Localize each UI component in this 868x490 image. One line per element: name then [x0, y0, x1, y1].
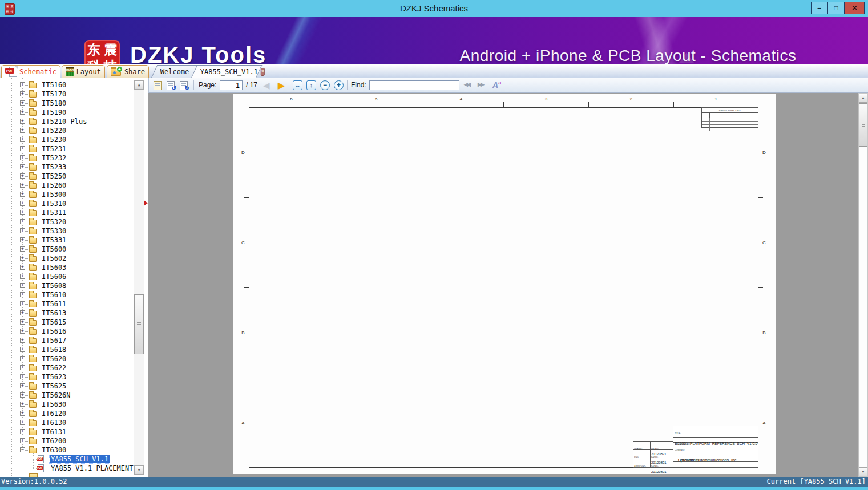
- previous-page-button[interactable]: ◀: [263, 79, 270, 91]
- expand-icon[interactable]: [20, 420, 25, 425]
- expand-icon[interactable]: [20, 173, 25, 179]
- tree-folder-row[interactable]: IT5231: [0, 144, 138, 153]
- expand-icon[interactable]: [20, 246, 25, 252]
- expand-icon[interactable]: [20, 292, 25, 297]
- expand-icon[interactable]: [20, 237, 25, 242]
- doc-tab-document[interactable]: YA855_SCH_V1.1 ✕: [191, 65, 263, 78]
- expand-icon[interactable]: [20, 319, 25, 325]
- expand-icon[interactable]: [20, 429, 25, 434]
- tree-folder-row[interactable]: IT5331: [0, 236, 138, 245]
- tree-folder-row[interactable]: IT5625: [0, 382, 138, 391]
- tree-folder-row[interactable]: IT5300: [0, 190, 138, 199]
- expand-icon[interactable]: [20, 137, 25, 142]
- expand-icon[interactable]: [20, 374, 25, 379]
- expand-icon[interactable]: [20, 329, 25, 334]
- scroll-up-button[interactable]: ▲: [859, 94, 867, 103]
- expand-icon[interactable]: [20, 310, 25, 315]
- maximize-button[interactable]: □: [827, 2, 845, 14]
- expand-icon[interactable]: [20, 119, 25, 124]
- expand-icon[interactable]: [20, 411, 25, 416]
- expand-icon[interactable]: [20, 402, 25, 407]
- expand-icon[interactable]: [20, 228, 25, 233]
- expand-icon[interactable]: [20, 201, 25, 206]
- tree-folder-row[interactable]: IT5180: [0, 99, 138, 108]
- tree-folder-row[interactable]: IT5613: [0, 309, 138, 318]
- tree-folder-row[interactable]: IT5606: [0, 272, 138, 281]
- tree-folder-row[interactable]: IT5600: [0, 245, 138, 254]
- scrollbar-thumb[interactable]: [859, 103, 867, 147]
- expand-icon[interactable]: [20, 183, 25, 188]
- next-page-button[interactable]: ▶: [278, 79, 285, 91]
- expand-icon[interactable]: [20, 110, 25, 115]
- expand-icon[interactable]: [20, 155, 25, 160]
- expand-icon[interactable]: [20, 301, 25, 306]
- expand-icon[interactable]: [20, 356, 25, 361]
- expand-icon[interactable]: [20, 392, 25, 398]
- tree-folder-row[interactable]: IT5233: [0, 163, 138, 172]
- tree-folder-row[interactable]: IT5230: [0, 135, 138, 144]
- tree-folder-row[interactable]: IT6131: [0, 427, 138, 436]
- tree-folder-row[interactable]: IT5603: [0, 263, 138, 272]
- tree-folder-row[interactable]: IT5602: [0, 254, 138, 263]
- tree-folder-row[interactable]: IT5611: [0, 299, 138, 309]
- zoom-in-button[interactable]: +: [334, 80, 344, 90]
- rotate-right-icon[interactable]: ↻: [180, 81, 188, 90]
- scrollbar-thumb[interactable]: [134, 294, 144, 354]
- text-size-button[interactable]: Aa: [492, 80, 504, 91]
- tree-folder-row[interactable]: IT5210 Plus: [0, 117, 138, 126]
- tree-folder-row[interactable]: IT5616: [0, 327, 138, 336]
- expand-icon[interactable]: [20, 164, 25, 169]
- expand-icon[interactable]: [20, 82, 25, 87]
- find-next-button[interactable]: ▶▶: [478, 82, 483, 87]
- expand-icon[interactable]: [20, 338, 25, 343]
- expand-icon[interactable]: [20, 438, 25, 443]
- scroll-down-button[interactable]: ▼: [859, 467, 867, 476]
- expand-icon[interactable]: [20, 283, 25, 288]
- fit-page-button[interactable]: ↕: [306, 80, 316, 90]
- find-input[interactable]: [369, 80, 459, 90]
- expand-icon[interactable]: [20, 100, 25, 106]
- minimize-button[interactable]: –: [811, 2, 827, 14]
- page-number-input[interactable]: [220, 80, 243, 90]
- scroll-up-button[interactable]: ▲: [134, 80, 144, 90]
- expand-icon[interactable]: [20, 146, 25, 151]
- tree-folder-row[interactable]: IT5232: [0, 153, 138, 163]
- tree-folder-row[interactable]: IT5220: [0, 126, 138, 135]
- tab-schematic[interactable]: PDF Schematic: [1, 65, 60, 78]
- tree-folder-row[interactable]: IT5623: [0, 372, 138, 382]
- close-button[interactable]: ✕: [845, 2, 865, 14]
- tree-folder-row[interactable]: IT5620: [0, 354, 138, 363]
- tree-folder-row[interactable]: IT5617: [0, 336, 138, 345]
- expand-icon[interactable]: [20, 265, 25, 270]
- tree-folder-row[interactable]: IT5330: [0, 226, 138, 236]
- tree-folder-row[interactable]: IT5626N: [0, 391, 138, 400]
- expand-icon[interactable]: [20, 91, 25, 96]
- expand-icon[interactable]: [20, 128, 25, 133]
- expand-icon[interactable]: [20, 365, 25, 370]
- expand-icon[interactable]: [20, 383, 25, 388]
- tree-folder-row[interactable]: IT5618: [0, 345, 138, 354]
- tree-folder-row[interactable]: IT5190: [0, 108, 138, 117]
- tree-document-row[interactable]: PDF YA855_SCH_V1.1: [0, 455, 138, 464]
- tab-layout[interactable]: PADS Layout: [62, 65, 105, 78]
- tree-folder-row[interactable]: IT5170: [0, 90, 138, 99]
- tree-folder-row[interactable]: IT5320: [0, 217, 138, 226]
- expand-icon[interactable]: [20, 219, 25, 224]
- scroll-down-button[interactable]: ▼: [134, 465, 144, 475]
- tree-folder-row[interactable]: IT5260: [0, 181, 138, 190]
- tree-folder-row[interactable]: IT5608: [0, 281, 138, 290]
- tree-folder-row[interactable]: IT5610: [0, 290, 138, 299]
- expand-icon[interactable]: [20, 192, 25, 197]
- tree-folder-row[interactable]: IT5311: [0, 208, 138, 217]
- expand-icon[interactable]: [20, 447, 25, 452]
- copy-page-icon[interactable]: [154, 81, 162, 90]
- tree-folder-row[interactable]: IT6130: [0, 418, 138, 427]
- tab-share[interactable]: + Share: [107, 65, 149, 78]
- tab-close-icon[interactable]: ✕: [261, 68, 265, 76]
- viewer-scrollbar[interactable]: ▲ ▼: [858, 93, 868, 477]
- expand-icon[interactable]: [20, 256, 25, 261]
- tree-document-row[interactable]: PDF YA855_V1.1_PLACEMENT: [0, 464, 138, 473]
- tree-folder-row[interactable]: IT5622: [0, 363, 138, 372]
- tree-folder-row[interactable]: IT6120: [0, 409, 138, 418]
- expand-icon[interactable]: [20, 210, 25, 215]
